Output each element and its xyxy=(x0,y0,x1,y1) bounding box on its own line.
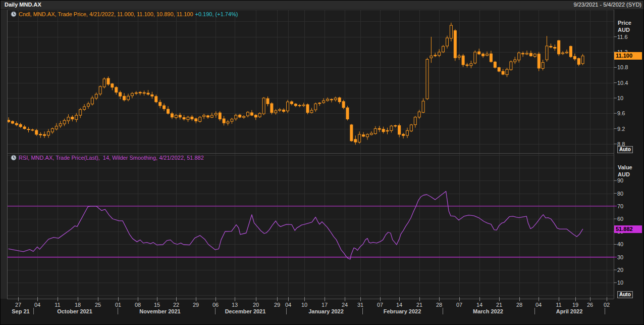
x-axis-day-tick: 17 xyxy=(321,302,328,308)
x-axis-day-tick: 18 xyxy=(75,302,81,308)
month-separator xyxy=(286,308,287,314)
price-tick-label: 11.6 xyxy=(617,33,641,40)
x-axis-day-tick: 19 xyxy=(572,302,578,308)
rsi-tick-label: 10 xyxy=(617,279,641,286)
x-axis-month-label: November 2021 xyxy=(139,308,180,314)
price-change-text: +0.190, (+1.74%) xyxy=(195,11,238,17)
x-axis-day-tick: 01 xyxy=(115,302,121,308)
price-tick-label: 9.6 xyxy=(617,110,641,117)
chart-window: Daily MND.AX 9/23/2021 - 5/4/2022 (SYD) … xyxy=(0,0,644,325)
price-tick-label: 10 xyxy=(617,95,641,102)
x-axis-day-tick: 02 xyxy=(604,302,610,308)
x-axis-day-tick: 26 xyxy=(587,302,593,308)
clock-icon xyxy=(11,155,17,161)
x-axis-day-tick: 10 xyxy=(301,302,307,308)
x-axis-month-label: April 2022 xyxy=(556,308,583,314)
x-axis-day-tick: 13 xyxy=(232,302,238,308)
x-axis-day-tick: 28 xyxy=(436,302,442,308)
x-axis-day-tick: 11 xyxy=(55,302,60,308)
x-axis-day-tick: 28 xyxy=(516,302,522,308)
rsi-axis-auto-button[interactable]: Auto xyxy=(617,291,633,298)
x-axis-day-tick: 20 xyxy=(253,302,259,308)
last-price-badge: 11.100 xyxy=(614,52,642,60)
price-tick-label: 10.4 xyxy=(617,79,641,86)
month-separator xyxy=(605,308,605,314)
x-axis-month-label: January 2022 xyxy=(308,308,344,314)
x-axis-day-tick: 07 xyxy=(377,302,383,308)
rsi-tick-label: 20 xyxy=(617,266,641,273)
x-axis-day-tick: 29 xyxy=(274,302,280,308)
x-axis-day-tick: 06 xyxy=(212,302,219,308)
rsi-tick-label: 70 xyxy=(617,203,641,210)
rsi-tick-label: 40 xyxy=(617,241,641,248)
x-axis-month-label: December 2021 xyxy=(225,308,266,314)
rsi-tick-label: 60 xyxy=(617,215,641,222)
x-axis-day-tick: 31 xyxy=(357,302,363,308)
x-axis-day-tick: 15 xyxy=(154,302,160,308)
rsi-series-legend[interactable]: RSI, MND.AX, Trade Price(Last), 14, Wild… xyxy=(11,155,204,161)
price-axis-unit: AUD xyxy=(618,27,630,33)
x-axis-day-tick: 11 xyxy=(556,302,561,308)
month-separator xyxy=(215,308,216,314)
x-axis-day-tick: 25 xyxy=(95,302,101,308)
price-tick-label: 10.8 xyxy=(617,64,641,71)
rsi-tick-label: 80 xyxy=(617,190,641,197)
price-legend-text: Cndl, MND.AX, Trade Price, 4/21/2022, 11… xyxy=(19,11,193,17)
x-axis-day-tick: 24 xyxy=(342,302,348,308)
price-axis-title: Price xyxy=(618,20,631,26)
month-separator xyxy=(118,308,118,314)
x-axis-month-label: February 2022 xyxy=(384,308,421,314)
month-separator xyxy=(362,308,363,314)
month-separator xyxy=(443,308,443,314)
x-axis-month-label: March 2022 xyxy=(473,308,503,314)
price-tick-label: 9.2 xyxy=(617,125,641,132)
rsi-axis-title: Value xyxy=(618,164,632,170)
x-axis-day-tick: 04 xyxy=(34,302,40,308)
clock-icon xyxy=(11,11,17,17)
x-axis-month-label: Sep 21 xyxy=(12,308,29,314)
x-axis-day-tick: 04 xyxy=(535,302,542,308)
x-axis-day-tick: 22 xyxy=(173,302,179,308)
rsi-axis-unit: AUD xyxy=(618,171,630,177)
x-axis-day-tick: 08 xyxy=(135,302,141,308)
x-axis-day-tick: 04 xyxy=(285,302,291,308)
x-axis-day-tick: 14 xyxy=(396,302,402,308)
price-series-legend[interactable]: Cndl, MND.AX, Trade Price, 4/21/2022, 11… xyxy=(11,11,238,17)
price-axis-auto-button[interactable]: Auto xyxy=(617,146,633,153)
x-axis-day-tick: 14 xyxy=(476,302,482,308)
x-axis-month-label: October 2021 xyxy=(57,308,92,314)
rsi-value-badge: 51.882 xyxy=(614,225,642,233)
month-separator xyxy=(33,308,34,314)
x-axis-day-tick: 21 xyxy=(496,302,502,308)
x-axis-day-tick: 27 xyxy=(15,302,21,308)
rsi-tick-label: 30 xyxy=(617,254,641,261)
rsi-tick-label: 90 xyxy=(617,177,641,184)
x-axis-day-tick: 07 xyxy=(456,302,462,308)
x-axis-day-tick: 29 xyxy=(193,302,199,308)
chart-canvas[interactable] xyxy=(1,1,644,325)
rsi-legend-text: RSI, MND.AX, Trade Price(Last), 14, Wild… xyxy=(19,155,204,161)
x-axis-day-tick: 21 xyxy=(416,302,422,308)
month-separator xyxy=(534,308,535,314)
